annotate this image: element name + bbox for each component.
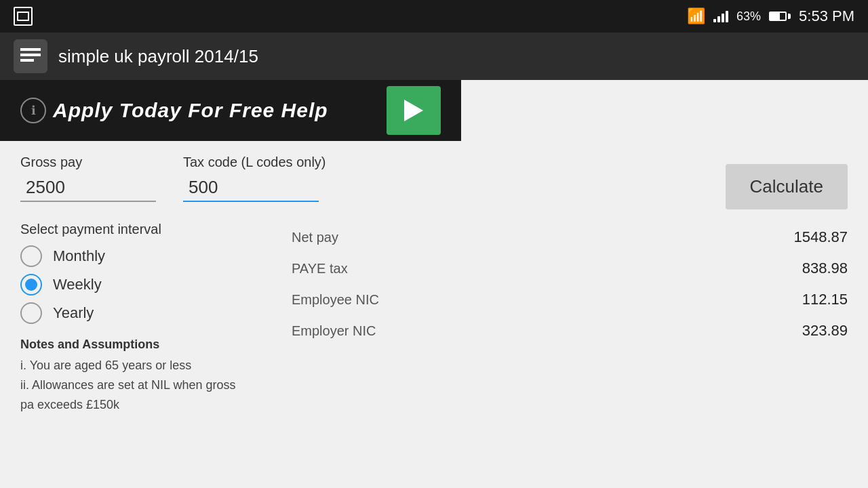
signal-icon	[713, 10, 728, 22]
net-pay-value: 1548.87	[766, 228, 848, 246]
employee-nic-label: Employee NIC	[292, 292, 379, 308]
results-section: Net pay 1548.87 PAYE tax 838.98 Employee…	[292, 222, 848, 346]
svg-rect-2	[20, 59, 34, 62]
wifi-icon: 📶	[687, 7, 705, 25]
radio-weekly[interactable]: Weekly	[20, 274, 251, 296]
radio-monthly-label: Monthly	[53, 247, 105, 265]
radio-monthly[interactable]: Monthly	[20, 245, 251, 267]
tax-code-group: Tax code (L codes only)	[183, 155, 326, 202]
radio-yearly[interactable]: Yearly	[20, 302, 251, 324]
ad-arrow-button[interactable]	[387, 86, 441, 135]
battery-icon	[769, 12, 791, 21]
image-placeholder-icon	[14, 7, 33, 26]
app-title: simple uk payroll 2014/15	[58, 46, 258, 67]
tax-code-label: Tax code (L codes only)	[183, 155, 326, 170]
svg-rect-1	[20, 54, 41, 56]
notes-line-1: i. You are aged 65 years or less	[20, 356, 251, 375]
notes-title: Notes and Assumptions	[20, 338, 251, 352]
status-bar-left	[14, 0, 33, 33]
radio-weekly-label: Weekly	[53, 276, 102, 293]
main-content: Gross pay Tax code (L codes only) Calcul…	[0, 141, 868, 428]
ad-banner[interactable]: ℹ Apply Today For Free Help	[0, 80, 461, 141]
svg-rect-0	[20, 48, 41, 51]
gross-pay-group: Gross pay	[20, 155, 156, 202]
radio-monthly-circle[interactable]	[20, 245, 42, 267]
calculate-button[interactable]: Calculate	[726, 164, 848, 209]
employer-nic-label: Employer NIC	[292, 323, 376, 339]
title-bar: simple uk payroll 2014/15	[0, 33, 868, 80]
app-icon	[14, 39, 47, 73]
radio-weekly-circle[interactable]	[20, 274, 42, 296]
net-pay-label: Net pay	[292, 230, 338, 245]
employee-nic-value: 112.15	[766, 291, 848, 308]
result-employee-nic: Employee NIC 112.15	[292, 284, 848, 315]
tax-code-input[interactable]	[183, 174, 319, 202]
gross-pay-label: Gross pay	[20, 155, 156, 170]
middle-row: Select payment interval Monthly Weekly Y…	[20, 222, 848, 414]
top-row: Gross pay Tax code (L codes only) Calcul…	[20, 155, 848, 209]
paye-tax-label: PAYE tax	[292, 261, 348, 277]
result-net-pay: Net pay 1548.87	[292, 222, 848, 253]
arrow-right-icon	[404, 100, 423, 121]
notes-line-2: ii. Allowances are set at NIL when gross…	[20, 375, 251, 415]
radio-yearly-label: Yearly	[53, 304, 94, 322]
paye-tax-value: 838.98	[766, 260, 848, 277]
clock: 5:53 PM	[799, 7, 854, 25]
notes-section: Notes and Assumptions i. You are aged 65…	[20, 338, 251, 414]
payment-interval-section: Select payment interval Monthly Weekly Y…	[20, 222, 251, 414]
employer-nic-value: 323.89	[766, 322, 848, 340]
result-paye-tax: PAYE tax 838.98	[292, 253, 848, 284]
info-icon: ℹ	[20, 98, 46, 123]
ad-left: ℹ Apply Today For Free Help	[20, 98, 328, 123]
payment-interval-label: Select payment interval	[20, 222, 251, 237]
radio-yearly-circle[interactable]	[20, 302, 42, 324]
ad-text: Apply Today For Free Help	[53, 99, 328, 122]
gross-pay-input[interactable]	[20, 174, 156, 202]
battery-percent: 63%	[736, 9, 761, 24]
status-bar: 📶 63% 5:53 PM	[0, 0, 868, 33]
result-employer-nic: Employer NIC 323.89	[292, 315, 848, 346]
radio-group: Monthly Weekly Yearly	[20, 245, 251, 324]
